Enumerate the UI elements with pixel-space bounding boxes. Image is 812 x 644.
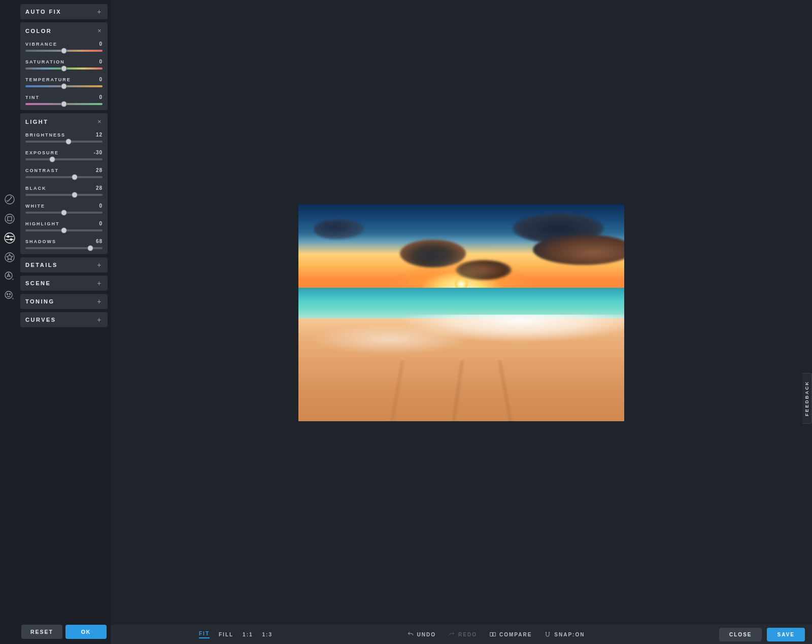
sidebar-footer: RESET OK	[20, 622, 108, 640]
adjust-icon[interactable]	[3, 231, 16, 245]
svg-point-3	[5, 233, 15, 243]
close-icon[interactable]: ×	[97, 118, 103, 125]
zoom-1-3[interactable]: 1:3	[262, 632, 273, 637]
redo-label: REDO	[458, 632, 477, 637]
plus-icon[interactable]: +	[97, 316, 103, 323]
svg-text:+: +	[12, 296, 14, 301]
slider-knob[interactable]	[72, 174, 78, 180]
slider-knob[interactable]	[65, 139, 72, 145]
ok-button[interactable]: OK	[65, 625, 107, 639]
panel-header-autofix[interactable]: AUTO FIX+	[25, 8, 103, 15]
stickers-icon[interactable]: +	[3, 289, 16, 302]
slider-contrast: CONTRAST28	[25, 167, 103, 178]
panel-header-color[interactable]: COLOR×	[25, 27, 103, 34]
slider-track[interactable]	[25, 141, 103, 143]
plus-icon[interactable]: +	[97, 8, 103, 15]
feedback-tab[interactable]: FEEDBACK	[802, 373, 812, 424]
slider-track[interactable]	[25, 176, 103, 178]
plus-icon[interactable]: +	[97, 261, 103, 268]
edited-image	[298, 204, 624, 421]
plus-icon[interactable]: +	[97, 280, 103, 287]
slider-knob[interactable]	[72, 192, 78, 198]
slider-value: 12	[96, 132, 103, 138]
slider-track[interactable]	[25, 247, 103, 249]
svg-point-4	[7, 235, 9, 238]
compare-icon	[489, 631, 496, 638]
crop-icon[interactable]	[3, 212, 16, 225]
svg-point-11	[10, 294, 11, 295]
slider-value: 68	[96, 239, 103, 244]
slider-track[interactable]	[25, 67, 103, 70]
slider-label: SATURATION	[25, 59, 65, 64]
undo-label: UNDO	[417, 632, 436, 637]
wand-icon[interactable]	[3, 193, 16, 206]
slider-knob[interactable]	[61, 101, 67, 107]
zoom-fill[interactable]: FILL	[219, 632, 233, 637]
close-button[interactable]: CLOSE	[719, 628, 762, 641]
panel-color: COLOR×VIBRANCE0SATURATION0TEMPERATURE0TI…	[20, 22, 108, 110]
slider-label: CONTRAST	[25, 168, 59, 173]
slider-exposure: EXPOSURE-30	[25, 150, 103, 160]
panel-title: TONING	[25, 298, 55, 304]
slider-knob[interactable]	[49, 156, 55, 162]
panel-header-details[interactable]: DETAILS+	[25, 261, 103, 268]
svg-point-10	[7, 294, 8, 295]
slider-knob[interactable]	[61, 83, 67, 89]
close-icon[interactable]: ×	[97, 27, 103, 34]
panel-header-light[interactable]: LIGHT×	[25, 118, 103, 125]
slider-brightness: BRIGHTNESS12	[25, 132, 103, 143]
svg-rect-13	[490, 633, 493, 636]
panel-toning: TONING+	[20, 294, 108, 309]
panel-header-toning[interactable]: TONING+	[25, 298, 103, 305]
slider-knob[interactable]	[61, 65, 67, 72]
slider-value: 0	[99, 94, 103, 100]
svg-point-5	[10, 239, 12, 241]
slider-track[interactable]	[25, 158, 103, 160]
svg-text:+: +	[12, 277, 14, 282]
slider-knob[interactable]	[87, 245, 93, 251]
text-icon[interactable]: +	[3, 270, 16, 283]
slider-knob[interactable]	[61, 227, 67, 233]
slider-value: 0	[99, 59, 103, 64]
panel-header-curves[interactable]: CURVES+	[25, 316, 103, 323]
svg-point-9	[5, 291, 12, 298]
effects-icon[interactable]	[3, 251, 16, 264]
slider-track[interactable]	[25, 50, 103, 52]
snap-label: SNAP:ON	[554, 632, 585, 637]
slider-track[interactable]	[25, 212, 103, 214]
slider-black: BLACK28	[25, 185, 103, 196]
panel-light: LIGHT×BRIGHTNESS12EXPOSURE-30CONTRAST28B…	[20, 113, 108, 254]
slider-track[interactable]	[25, 85, 103, 87]
slider-track[interactable]	[25, 229, 103, 231]
compare-button[interactable]: COMPARE	[489, 631, 532, 638]
save-button[interactable]: SAVE	[767, 628, 805, 641]
zoom-fit[interactable]: FIT	[199, 631, 210, 638]
slider-label: SHADOWS	[25, 239, 56, 244]
slider-track[interactable]	[25, 194, 103, 196]
redo-button: REDO	[448, 631, 477, 638]
snap-button[interactable]: SNAP:ON	[544, 631, 585, 638]
panel-title: SCENE	[25, 280, 51, 286]
undo-button[interactable]: UNDO	[407, 631, 436, 638]
slider-knob[interactable]	[61, 210, 67, 216]
slider-value: 28	[96, 167, 103, 173]
zoom-1-1[interactable]: 1:1	[243, 632, 253, 637]
slider-saturation: SATURATION0	[25, 59, 103, 70]
panel-header-scene[interactable]: SCENE+	[25, 280, 103, 287]
image-viewport[interactable]	[111, 0, 812, 625]
reset-button[interactable]: RESET	[21, 625, 62, 639]
slider-label: BRIGHTNESS	[25, 132, 65, 138]
slider-track[interactable]	[25, 103, 103, 105]
slider-knob[interactable]	[61, 48, 67, 54]
tool-rail: + +	[0, 0, 19, 644]
bottom-bar: FITFILL1:11:3 UNDO REDO COMPARE SNAP:ON	[111, 625, 812, 644]
svg-rect-2	[8, 217, 12, 221]
adjust-sidebar: AUTO FIX+COLOR×VIBRANCE0SATURATION0TEMPE…	[19, 0, 111, 644]
compare-label: COMPARE	[499, 632, 532, 637]
zoom-controls: FITFILL1:11:3	[199, 631, 273, 638]
slider-shadows: SHADOWS68	[25, 239, 103, 249]
panel-title: LIGHT	[25, 119, 49, 125]
plus-icon[interactable]: +	[97, 298, 103, 305]
slider-value: 0	[99, 77, 103, 82]
slider-tint: TINT0	[25, 94, 103, 105]
